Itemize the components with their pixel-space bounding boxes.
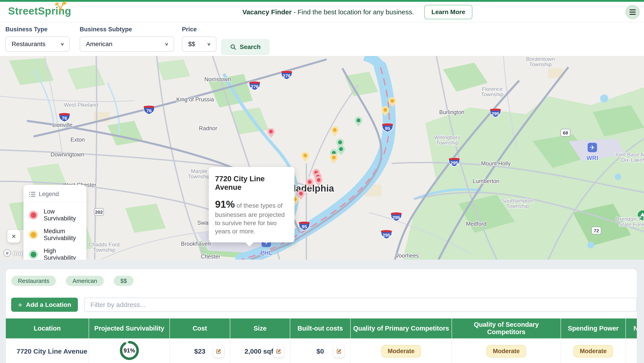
address-filter-input[interactable] [84, 298, 637, 312]
interstate-shield-icon: 295 [391, 212, 402, 221]
map-place-label: Lionville [52, 122, 72, 128]
price-value: $$ [188, 40, 195, 48]
svg-text:95: 95 [302, 224, 307, 229]
col-primary-competitors: Quality of Primary Competitors [350, 318, 452, 338]
mapbox-icon [3, 249, 11, 257]
interstate-shield-icon: 295 [490, 108, 501, 117]
route-shield-icon: 202 [94, 208, 104, 216]
map-place-label: Burlington [439, 109, 464, 115]
map-place-label: Downingtown [50, 151, 84, 158]
search-icon [230, 44, 236, 50]
legend-title: Legend [39, 191, 59, 198]
legend-item-label: Medium Survivability [44, 228, 81, 242]
col-projected-survivability: Projected Survivability [89, 318, 170, 338]
interstate-shield-icon: 276 [281, 71, 292, 80]
legend-item-high: High Survivability [29, 248, 81, 260]
svg-text:WRI: WRI [586, 155, 598, 161]
edit-built-out-button[interactable] [334, 345, 344, 358]
map-place-label: Brookhaven [181, 240, 210, 247]
svg-text:295: 295 [382, 232, 390, 238]
add-location-label: Add a Location [26, 301, 71, 308]
svg-text:PHL: PHL [260, 250, 272, 256]
cell-secondary-competitors: Moderate [452, 338, 561, 363]
active-filter-chips: Restaurants American $$ [6, 269, 637, 286]
chip-business-subtype[interactable]: American [66, 276, 104, 286]
map-place-label: Norristown [204, 76, 231, 82]
pencil-square-icon [276, 348, 282, 354]
map-place-label: State Fore [619, 221, 644, 228]
map-base-layer: 276276767695952952952952952026872✈PHL✈WR… [0, 56, 644, 260]
business-type-select[interactable]: Restaurants ∨ [5, 36, 70, 52]
map-place-label: Southampton [502, 198, 534, 204]
legend-item-low: Low Survivability [29, 208, 81, 222]
map-place-label: Marple [191, 168, 207, 174]
sprout-icon [54, 1, 66, 14]
col-spending-power: Spending Power [561, 318, 626, 338]
col-secondary-competitors: Quality of Secondary Competitors [452, 318, 561, 338]
chip-business-type[interactable]: Restaurants [11, 276, 56, 286]
app-header: StreetSpring Vacancy Finder - Find the b… [0, 2, 644, 22]
survivability-donut: 91% [119, 340, 140, 361]
popup-body: 91%of these types of businesses are proj… [215, 198, 288, 236]
business-subtype-select[interactable]: American ∨ [80, 36, 174, 52]
tagline-subtitle: - Find the best location for any busines… [292, 8, 414, 16]
cell-size: 2,000 sqft [230, 338, 290, 363]
map-place-label: Radnor [199, 125, 217, 131]
map-place-label: Township [506, 203, 529, 209]
cell-survivability: 91% [89, 338, 170, 363]
spending-power-badge: Moderate [574, 345, 613, 358]
locations-table: Location Projected Survivability Cost Si… [6, 318, 637, 363]
survivability-value: 91% [123, 347, 135, 354]
svg-text:295: 295 [450, 160, 458, 166]
add-location-button[interactable]: + Add a Location [11, 298, 78, 312]
map-place-label: Chadds Ford [88, 242, 120, 248]
interstate-shield-icon: 276 [249, 82, 260, 90]
medium-survivability-dot-icon [29, 230, 38, 239]
map-place-label: Township [481, 91, 504, 97]
col-location: Location [6, 318, 89, 338]
map-place-label: Mount Holly [481, 160, 511, 166]
app-logo[interactable]: StreetSpring [8, 5, 71, 17]
top-accent-bar [0, 0, 644, 2]
selected-location-pin[interactable] [265, 128, 277, 140]
edit-cost-button[interactable] [213, 345, 224, 358]
svg-text:202: 202 [95, 210, 103, 214]
business-subtype-label: Business Subtype [80, 26, 174, 33]
map-place-label: Joint Base McG [614, 152, 644, 158]
built-out-value: $0 [316, 348, 324, 355]
legend-close-button[interactable]: × [8, 230, 20, 242]
svg-text:276: 276 [250, 84, 258, 89]
map-canvas[interactable]: 276276767695952952952952952026872✈PHL✈WR… [0, 56, 644, 260]
learn-more-button[interactable]: Learn More [424, 5, 472, 19]
route-shield-icon: 68 [561, 129, 570, 136]
table-row[interactable]: 7720 City Line Avenue 91% $23 [6, 338, 637, 363]
low-survivability-dot-icon [29, 210, 38, 220]
svg-text:276: 276 [282, 73, 290, 78]
map-popup: 7720 City Line Avenue 91%of these types … [209, 167, 294, 242]
svg-text:72: 72 [594, 228, 599, 233]
price-select[interactable]: $$ ∨ [182, 36, 216, 52]
chevron-down-icon: ∨ [164, 42, 169, 46]
search-button[interactable]: Search [221, 39, 270, 55]
map-place-label: Florence [482, 86, 502, 92]
business-subtype-value: American [86, 40, 112, 48]
cell-location: 7720 City Line Avenue [6, 338, 89, 363]
primary-competitors-badge: Moderate [381, 345, 421, 358]
map-place-label: Medford [466, 221, 486, 227]
close-icon: × [12, 232, 16, 240]
cell-cost: $23 [170, 338, 230, 363]
map-place-label: King of Prussia [176, 96, 214, 102]
edit-size-button[interactable] [273, 345, 284, 358]
map-place-label: Bordentown [526, 56, 555, 62]
map-place-label: Willingboro [434, 134, 461, 140]
col-built-out-costs: Built-out costs [290, 318, 350, 338]
svg-text:68: 68 [563, 130, 568, 136]
menu-button[interactable] [626, 5, 640, 19]
cost-value: $23 [194, 348, 206, 355]
svg-text:76: 76 [62, 116, 67, 121]
filter-bar: Business Type Restaurants ∨ Business Sub… [0, 22, 644, 56]
map-place-label: Township [188, 174, 210, 180]
chip-price[interactable]: $$ [114, 276, 134, 286]
search-button-label: Search [240, 44, 260, 50]
svg-text:95: 95 [385, 126, 390, 131]
